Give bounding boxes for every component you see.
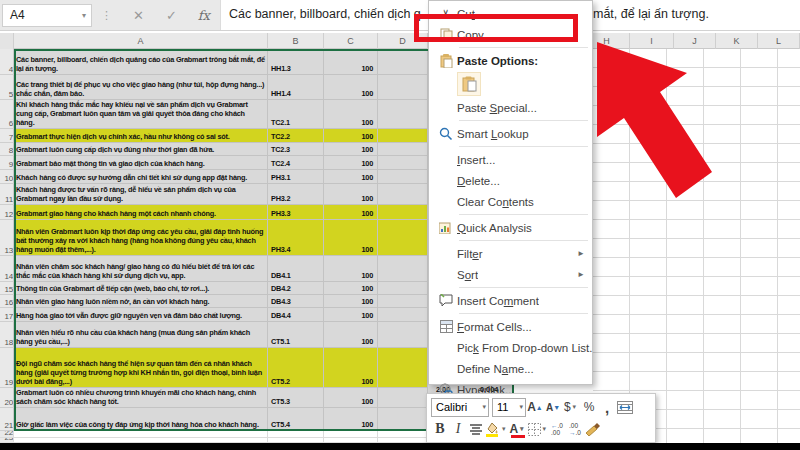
cell-empty[interactable] <box>378 129 428 143</box>
menu-item-clear-contents[interactable]: Clear Contents <box>429 191 592 212</box>
row-number[interactable]: 10 <box>0 170 14 184</box>
cell-question-text[interactable]: Nhân viên hiểu rõ nhu cầu của khách hàng… <box>14 322 268 348</box>
cell-empty[interactable] <box>378 184 428 205</box>
cell-question-text[interactable]: Khách hàng được tư vấn rõ ràng, dễ hiểu … <box>14 184 268 205</box>
row-number[interactable]: 22 <box>0 431 14 438</box>
menu-item-pick-from-list[interactable]: Pick From Drop-down List... <box>429 337 592 358</box>
cell-value[interactable]: 100 <box>324 100 378 129</box>
menu-item-format-cells[interactable]: Format Cells... <box>429 316 592 337</box>
cell-empty[interactable] <box>378 388 428 408</box>
menu-item-filter[interactable]: Filter► <box>429 243 592 264</box>
cell-value[interactable]: 100 <box>324 156 378 170</box>
chevron-down-icon[interactable]: ▾ <box>571 403 579 411</box>
cell-empty[interactable] <box>378 170 428 184</box>
cell-empty[interactable] <box>378 143 428 156</box>
cell-question-text[interactable]: Grabmart luôn cung cấp dịch vụ đúng như … <box>14 143 268 156</box>
cell-question-text[interactable]: Thông tin của Grabmart dễ tiếp cận (web,… <box>14 282 268 295</box>
cell-question-text[interactable]: Khi khách hàng thắc mắc hay khiếu nại về… <box>14 100 268 129</box>
cell-empty[interactable] <box>378 308 428 322</box>
cell-question-text[interactable]: Grabmart thực hiện dịch vụ chính xác, hầ… <box>14 129 268 143</box>
cell-item-code[interactable]: DB4.4 <box>268 308 324 322</box>
cancel-icon[interactable]: ✕ <box>122 8 155 23</box>
menu-item-paste-options[interactable]: Paste Options: <box>429 50 592 71</box>
cell-value[interactable]: 100 <box>324 184 378 205</box>
paste-option-button[interactable] <box>457 72 481 96</box>
cell-empty[interactable] <box>378 100 428 129</box>
menu-item-paste-keep-source-formatting[interactable] <box>429 71 592 97</box>
cell-item-code[interactable]: DB4.2 <box>268 282 324 295</box>
row-number[interactable]: 12 <box>0 205 14 220</box>
cell-item-code[interactable]: CT5.4 <box>268 408 324 431</box>
row-number[interactable]: 6 <box>0 100 14 129</box>
cell-question-text[interactable]: Các banner, billboard, chiến dịch quảng … <box>14 49 268 75</box>
comma-style-button[interactable]: , <box>598 397 616 418</box>
menu-item-cut[interactable]: ✂Cut <box>429 3 592 24</box>
cell-question-text[interactable]: Giờ giấc làm việc của công ty đáp ứng kị… <box>14 408 268 431</box>
cell-empty[interactable] <box>378 49 428 75</box>
cell-question-text[interactable]: Grabmart luôn có nhiều chương trình khuy… <box>14 388 268 408</box>
row-number[interactable]: 9 <box>0 156 14 170</box>
cell-question-text[interactable]: Nhân viên chăm sóc khách hàng/ giao hàng… <box>14 256 268 282</box>
cell-value[interactable]: 100 <box>324 256 378 282</box>
italic-button[interactable]: I <box>449 419 467 440</box>
cell-empty[interactable] <box>378 75 428 100</box>
row-number[interactable]: 8 <box>0 143 14 156</box>
row-number[interactable]: 11 <box>0 184 14 205</box>
menu-item-copy[interactable]: Copy <box>429 24 592 45</box>
cell-empty[interactable] <box>378 348 428 388</box>
chevron-down-icon[interactable]: ▾ <box>500 425 508 433</box>
font-size-select[interactable]: 11 ▾ <box>492 398 526 417</box>
cell-empty[interactable] <box>378 295 428 308</box>
cell-question-text[interactable]: Nhân viên Grabmart luôn kịp thời đáp ứng… <box>14 220 268 256</box>
cell-value[interactable]: 100 <box>324 282 378 295</box>
row-number[interactable]: 21 <box>0 408 14 431</box>
decrease-decimal-button[interactable]: ←.0.00 <box>548 419 566 440</box>
cell-item-code[interactable]: CT5.2 <box>268 348 324 388</box>
cell-item-code[interactable]: TC2.3 <box>268 143 324 156</box>
cell-empty[interactable] <box>378 156 428 170</box>
cell-question-text[interactable]: Các trang thiết bị để phục vụ cho việc g… <box>14 75 268 100</box>
row-number[interactable]: 17 <box>0 308 14 322</box>
accounting-format-button[interactable]: $▾ <box>562 397 580 418</box>
cell-value[interactable]: 100 <box>324 322 378 348</box>
menu-item-paste-special[interactable]: Paste Special... <box>429 97 592 118</box>
font-color-button[interactable]: A▾ <box>508 419 528 440</box>
cell-item-code[interactable]: TC2.4 <box>268 156 324 170</box>
cell-question-text[interactable] <box>14 431 268 438</box>
font-name-select[interactable]: Calibri ▾ <box>431 398 489 417</box>
menu-item-insert[interactable]: Insert... <box>429 149 592 170</box>
row-number[interactable]: 5 <box>0 75 14 100</box>
name-box-dropdown-icon[interactable]: ▾ <box>82 11 91 20</box>
column-header-J[interactable]: J <box>674 33 716 49</box>
column-header-L[interactable]: L <box>758 33 800 49</box>
name-box[interactable]: A4 ▾ <box>2 4 92 27</box>
row-number[interactable]: 20 <box>0 388 14 408</box>
chevron-down-icon[interactable]: ▾ <box>541 425 549 433</box>
insert-function-icon[interactable]: fx <box>188 8 220 23</box>
cell-item-code[interactable]: DB4.1 <box>268 256 324 282</box>
cell-question-text[interactable]: Grabmart bảo mật thông tin và giao dịch … <box>14 156 268 170</box>
row-number[interactable]: 15 <box>0 282 14 295</box>
cell-value[interactable]: 100 <box>324 143 378 156</box>
cell-value[interactable]: 100 <box>324 220 378 256</box>
menu-item-smart-lookup[interactable]: Smart Lookup <box>429 123 592 144</box>
enter-icon[interactable]: ✓ <box>155 8 188 23</box>
cell-value[interactable]: 100 <box>324 408 378 431</box>
cell-item-code[interactable]: PH3.1 <box>268 170 324 184</box>
cell-question-text[interactable]: Đội ngũ chăm sóc khách hàng thể hiện sự … <box>14 348 268 388</box>
cell-item-code[interactable]: PH3.3 <box>268 205 324 220</box>
row-number[interactable]: 7 <box>0 129 14 143</box>
menu-item-define-name[interactable]: Define Name... <box>429 358 592 379</box>
cell-value[interactable]: 100 <box>324 49 378 75</box>
cell-empty[interactable] <box>378 431 428 438</box>
cell-item-code[interactable] <box>268 431 324 438</box>
row-number[interactable]: 16 <box>0 295 14 308</box>
cell-empty[interactable] <box>378 205 428 220</box>
increase-decimal-button[interactable]: .00→.0 <box>566 419 584 440</box>
cell-item-code[interactable]: HH1.4 <box>268 75 324 100</box>
shrink-font-button[interactable]: A▼ <box>544 397 562 418</box>
cell-item-code[interactable]: CT5.1 <box>268 322 324 348</box>
row-number[interactable]: 14 <box>0 256 14 282</box>
cell-empty[interactable] <box>378 220 428 256</box>
cell-item-code[interactable]: TC2.1 <box>268 100 324 129</box>
